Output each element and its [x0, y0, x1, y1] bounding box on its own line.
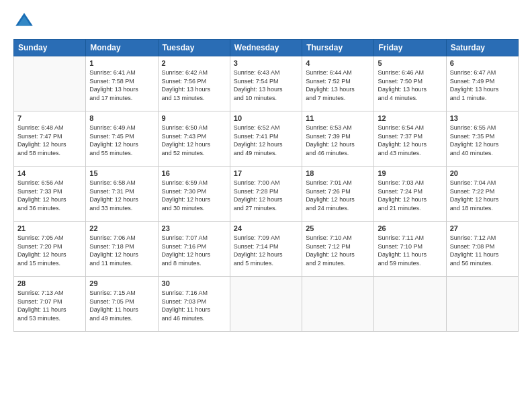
day-info: Sunrise: 7:15 AM Sunset: 7:05 PM Dayligh…	[89, 289, 154, 322]
day-info: Sunrise: 6:55 AM Sunset: 7:35 PM Dayligh…	[450, 124, 515, 157]
weekday-header-friday: Friday	[374, 40, 446, 56]
calendar-week-row: 21Sunrise: 7:05 AM Sunset: 7:20 PM Dayli…	[14, 222, 519, 277]
day-info: Sunrise: 7:06 AM Sunset: 7:18 PM Dayligh…	[89, 234, 154, 267]
day-info: Sunrise: 6:52 AM Sunset: 7:41 PM Dayligh…	[234, 124, 298, 157]
calendar-cell: 17Sunrise: 7:00 AM Sunset: 7:28 PM Dayli…	[230, 167, 302, 222]
day-number: 23	[162, 224, 226, 232]
day-number: 13	[450, 114, 515, 122]
calendar-cell: 27Sunrise: 7:12 AM Sunset: 7:08 PM Dayli…	[446, 222, 518, 277]
day-number: 3	[234, 59, 298, 67]
day-number: 7	[17, 114, 82, 122]
weekday-header-thursday: Thursday	[302, 40, 374, 56]
day-number: 16	[162, 169, 226, 177]
logo	[13, 11, 38, 32]
calendar-cell: 5Sunrise: 6:46 AM Sunset: 7:50 PM Daylig…	[374, 56, 446, 111]
calendar-week-row: 14Sunrise: 6:56 AM Sunset: 7:33 PM Dayli…	[14, 167, 519, 222]
weekday-header-tuesday: Tuesday	[158, 40, 230, 56]
weekday-header-monday: Monday	[86, 40, 158, 56]
calendar-cell: 22Sunrise: 7:06 AM Sunset: 7:18 PM Dayli…	[86, 222, 158, 277]
day-info: Sunrise: 7:03 AM Sunset: 7:24 PM Dayligh…	[378, 179, 442, 212]
calendar-week-row: 28Sunrise: 7:13 AM Sunset: 7:07 PM Dayli…	[14, 277, 519, 332]
day-number: 4	[306, 59, 370, 67]
logo-icon	[13, 11, 35, 32]
day-number: 2	[162, 59, 226, 67]
calendar-cell: 3Sunrise: 6:43 AM Sunset: 7:54 PM Daylig…	[230, 56, 302, 111]
calendar-cell	[302, 277, 374, 332]
calendar-cell: 8Sunrise: 6:49 AM Sunset: 7:45 PM Daylig…	[86, 111, 158, 167]
calendar-week-row: 1Sunrise: 6:41 AM Sunset: 7:58 PM Daylig…	[14, 56, 519, 111]
calendar-cell	[446, 277, 518, 332]
day-number: 5	[378, 59, 442, 67]
day-number: 19	[378, 169, 442, 177]
day-info: Sunrise: 7:09 AM Sunset: 7:14 PM Dayligh…	[234, 234, 298, 267]
day-number: 9	[162, 114, 226, 122]
day-number: 12	[378, 114, 442, 122]
day-info: Sunrise: 6:58 AM Sunset: 7:31 PM Dayligh…	[89, 179, 154, 212]
calendar-cell: 15Sunrise: 6:58 AM Sunset: 7:31 PM Dayli…	[86, 167, 158, 222]
calendar-table: SundayMondayTuesdayWednesdayThursdayFrid…	[13, 39, 519, 332]
calendar-week-row: 7Sunrise: 6:48 AM Sunset: 7:47 PM Daylig…	[14, 111, 519, 167]
weekday-header-saturday: Saturday	[446, 40, 518, 56]
calendar-cell: 28Sunrise: 7:13 AM Sunset: 7:07 PM Dayli…	[14, 277, 86, 332]
calendar-cell	[374, 277, 446, 332]
calendar-cell: 16Sunrise: 6:59 AM Sunset: 7:30 PM Dayli…	[158, 167, 230, 222]
calendar-cell: 18Sunrise: 7:01 AM Sunset: 7:26 PM Dayli…	[302, 167, 374, 222]
day-info: Sunrise: 6:50 AM Sunset: 7:43 PM Dayligh…	[162, 124, 226, 157]
day-info: Sunrise: 6:42 AM Sunset: 7:56 PM Dayligh…	[162, 68, 226, 102]
day-number: 15	[89, 169, 154, 177]
page: SundayMondayTuesdayWednesdayThursdayFrid…	[0, 0, 532, 411]
header	[13, 11, 519, 32]
calendar-cell: 1Sunrise: 6:41 AM Sunset: 7:58 PM Daylig…	[86, 56, 158, 111]
day-info: Sunrise: 6:43 AM Sunset: 7:54 PM Dayligh…	[234, 68, 298, 102]
calendar-cell: 14Sunrise: 6:56 AM Sunset: 7:33 PM Dayli…	[14, 167, 86, 222]
day-info: Sunrise: 7:10 AM Sunset: 7:12 PM Dayligh…	[306, 234, 370, 267]
day-info: Sunrise: 7:07 AM Sunset: 7:16 PM Dayligh…	[162, 234, 226, 267]
calendar-cell: 10Sunrise: 6:52 AM Sunset: 7:41 PM Dayli…	[230, 111, 302, 167]
calendar-cell: 11Sunrise: 6:53 AM Sunset: 7:39 PM Dayli…	[302, 111, 374, 167]
calendar-cell: 9Sunrise: 6:50 AM Sunset: 7:43 PM Daylig…	[158, 111, 230, 167]
day-number: 17	[234, 169, 298, 177]
day-number: 28	[17, 279, 82, 287]
day-number: 14	[17, 169, 82, 177]
day-info: Sunrise: 7:16 AM Sunset: 7:03 PM Dayligh…	[162, 289, 226, 322]
calendar-cell: 26Sunrise: 7:11 AM Sunset: 7:10 PM Dayli…	[374, 222, 446, 277]
day-number: 25	[306, 224, 370, 232]
day-number: 6	[450, 59, 515, 67]
weekday-header-wednesday: Wednesday	[230, 40, 302, 56]
day-info: Sunrise: 7:01 AM Sunset: 7:26 PM Dayligh…	[306, 179, 370, 212]
day-info: Sunrise: 6:41 AM Sunset: 7:58 PM Dayligh…	[89, 68, 154, 102]
calendar-cell: 29Sunrise: 7:15 AM Sunset: 7:05 PM Dayli…	[86, 277, 158, 332]
day-number: 30	[162, 279, 226, 287]
calendar-cell: 20Sunrise: 7:04 AM Sunset: 7:22 PM Dayli…	[446, 167, 518, 222]
day-number: 29	[89, 279, 154, 287]
weekday-header-row: SundayMondayTuesdayWednesdayThursdayFrid…	[14, 40, 519, 56]
day-info: Sunrise: 7:00 AM Sunset: 7:28 PM Dayligh…	[234, 179, 298, 212]
day-info: Sunrise: 6:56 AM Sunset: 7:33 PM Dayligh…	[17, 179, 82, 212]
day-info: Sunrise: 6:44 AM Sunset: 7:52 PM Dayligh…	[306, 68, 370, 102]
calendar-cell	[14, 56, 86, 111]
day-number: 24	[234, 224, 298, 232]
calendar-cell: 12Sunrise: 6:54 AM Sunset: 7:37 PM Dayli…	[374, 111, 446, 167]
calendar-cell: 19Sunrise: 7:03 AM Sunset: 7:24 PM Dayli…	[374, 167, 446, 222]
calendar-cell: 21Sunrise: 7:05 AM Sunset: 7:20 PM Dayli…	[14, 222, 86, 277]
calendar-cell: 6Sunrise: 6:47 AM Sunset: 7:49 PM Daylig…	[446, 56, 518, 111]
day-number: 26	[378, 224, 442, 232]
day-info: Sunrise: 7:04 AM Sunset: 7:22 PM Dayligh…	[450, 179, 515, 212]
day-number: 22	[89, 224, 154, 232]
calendar-cell: 2Sunrise: 6:42 AM Sunset: 7:56 PM Daylig…	[158, 56, 230, 111]
day-info: Sunrise: 6:49 AM Sunset: 7:45 PM Dayligh…	[89, 124, 154, 157]
day-info: Sunrise: 6:53 AM Sunset: 7:39 PM Dayligh…	[306, 124, 370, 157]
day-number: 21	[17, 224, 82, 232]
calendar-cell: 24Sunrise: 7:09 AM Sunset: 7:14 PM Dayli…	[230, 222, 302, 277]
day-number: 27	[450, 224, 515, 232]
weekday-header-sunday: Sunday	[14, 40, 86, 56]
calendar-cell: 25Sunrise: 7:10 AM Sunset: 7:12 PM Dayli…	[302, 222, 374, 277]
calendar-cell	[230, 277, 302, 332]
calendar-cell: 30Sunrise: 7:16 AM Sunset: 7:03 PM Dayli…	[158, 277, 230, 332]
day-number: 20	[450, 169, 515, 177]
day-info: Sunrise: 7:05 AM Sunset: 7:20 PM Dayligh…	[17, 234, 82, 267]
calendar-cell: 13Sunrise: 6:55 AM Sunset: 7:35 PM Dayli…	[446, 111, 518, 167]
day-info: Sunrise: 6:46 AM Sunset: 7:50 PM Dayligh…	[378, 68, 442, 102]
day-info: Sunrise: 7:12 AM Sunset: 7:08 PM Dayligh…	[450, 234, 515, 267]
day-info: Sunrise: 6:47 AM Sunset: 7:49 PM Dayligh…	[450, 68, 515, 102]
